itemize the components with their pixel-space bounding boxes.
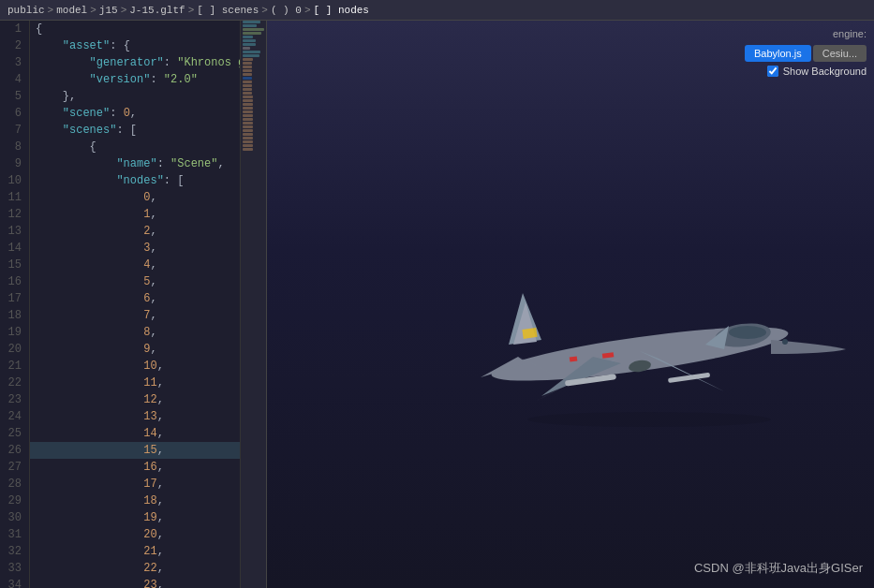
code-line-19: 19 8, xyxy=(0,324,266,341)
code-line-4: 4 "version": "2.0" xyxy=(0,71,266,88)
3d-viewport[interactable]: engine: Babylon.js Cesiu... Show Backgro… xyxy=(267,21,874,588)
code-line-33: 33 22, xyxy=(0,560,266,577)
code-line-25: 25 14, xyxy=(0,425,266,442)
main-content: 1 { 2 "asset": { 3 "generator": "Khronos… xyxy=(0,21,874,588)
code-line-21: 21 10, xyxy=(0,358,266,375)
engine-buttons: Babylon.js Cesiu... xyxy=(745,45,867,62)
code-line-5: 5 }, xyxy=(0,88,266,105)
jet-svg xyxy=(452,256,846,443)
code-line-17: 17 6, xyxy=(0,290,266,307)
code-line-2: 2 "asset": { xyxy=(0,37,266,54)
engine-label: engine: xyxy=(833,28,867,39)
engine-toolbar: engine: Babylon.js Cesiu... Show Backgro… xyxy=(745,28,867,77)
code-line-10: 10 "nodes": [ xyxy=(0,172,266,189)
code-line-11: 11 0, xyxy=(0,189,266,206)
code-line-31: 31 20, xyxy=(0,526,266,543)
code-line-30: 30 19, xyxy=(0,509,266,526)
code-editor-panel: 1 { 2 "asset": { 3 "generator": "Khronos… xyxy=(0,21,267,588)
code-line-16: 16 5, xyxy=(0,273,266,290)
code-line-28: 28 17, xyxy=(0,476,266,492)
code-line-20: 20 9, xyxy=(0,341,266,358)
code-line-26: 26 15, xyxy=(0,442,266,459)
code-line-12: 12 1, xyxy=(0,206,266,223)
code-line-32: 32 21, xyxy=(0,543,266,560)
jet-fighter-model xyxy=(452,256,846,448)
breadcrumb-scenes[interactable]: [ ] scenes xyxy=(197,5,259,16)
breadcrumb-nodes[interactable]: [ ] nodes xyxy=(314,5,369,16)
code-line-18: 18 7, xyxy=(0,307,266,324)
code-line-22: 22 11, xyxy=(0,375,266,391)
breadcrumb-public[interactable]: public xyxy=(7,5,45,16)
engine-babylon-button[interactable]: Babylon.js xyxy=(745,45,811,62)
code-line-13: 13 2, xyxy=(0,223,266,240)
code-line-29: 29 18, xyxy=(0,492,266,509)
show-background-label[interactable]: Show Background xyxy=(783,66,867,77)
show-background-row: Show Background xyxy=(767,66,867,77)
breadcrumb-model[interactable]: model xyxy=(56,5,87,16)
show-background-checkbox[interactable] xyxy=(767,66,778,77)
code-line-15: 15 4, xyxy=(0,257,266,273)
code-line-9: 9 "name": "Scene", xyxy=(0,155,266,172)
code-line-3: 3 "generator": "Khronos glTF" xyxy=(0,54,266,71)
code-scroll-area[interactable]: 1 { 2 "asset": { 3 "generator": "Khronos… xyxy=(0,21,266,588)
breadcrumb-j15[interactable]: j15 xyxy=(99,5,118,16)
svg-point-2 xyxy=(729,326,766,339)
code-line-7: 7 "scenes": [ xyxy=(0,122,266,139)
code-line-14: 14 3, xyxy=(0,240,266,257)
breadcrumb-0[interactable]: ( ) 0 xyxy=(271,5,302,16)
svg-rect-8 xyxy=(522,328,537,339)
code-minimap[interactable] xyxy=(240,21,266,588)
engine-cesium-button[interactable]: Cesiu... xyxy=(813,45,867,62)
svg-point-10 xyxy=(527,412,771,427)
code-line-6: 6 "scene": 0, xyxy=(0,105,266,122)
code-line-24: 24 13, xyxy=(0,408,266,425)
code-line-8: 8 { xyxy=(0,139,266,155)
code-line-27: 27 16, xyxy=(0,459,266,476)
code-line-23: 23 12, xyxy=(0,391,266,408)
code-line-34: 34 23, xyxy=(0,577,266,588)
code-line-1: 1 { xyxy=(0,21,266,37)
breadcrumb: public > model > j15 > J-15.gltf > [ ] s… xyxy=(0,0,874,21)
svg-point-9 xyxy=(782,339,788,345)
breadcrumb-gltf[interactable]: J-15.gltf xyxy=(129,5,185,16)
watermark-text: CSDN @非科班Java出身GISer xyxy=(694,560,863,577)
